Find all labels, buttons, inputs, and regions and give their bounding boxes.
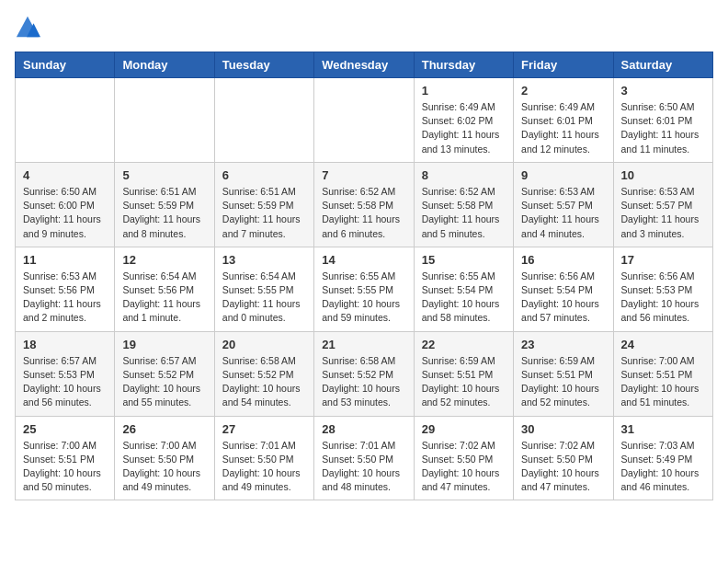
day-number: 11 — [23, 253, 107, 267]
day-number: 23 — [521, 338, 605, 351]
day-info: Sunrise: 6:58 AM Sunset: 5:52 PM Dayligh… — [322, 354, 405, 410]
day-info: Sunrise: 6:54 AM Sunset: 5:55 PM Dayligh… — [222, 270, 306, 326]
calendar-cell: 29Sunrise: 7:02 AM Sunset: 5:50 PM Dayli… — [414, 416, 513, 500]
calendar-week-row: 4Sunrise: 6:50 AM Sunset: 6:00 PM Daylig… — [16, 162, 713, 247]
logo-icon — [15, 15, 40, 40]
day-number: 9 — [521, 168, 605, 182]
day-info: Sunrise: 6:49 AM Sunset: 6:02 PM Dayligh… — [422, 100, 506, 156]
day-info: Sunrise: 6:49 AM Sunset: 6:01 PM Dayligh… — [521, 100, 605, 156]
calendar-cell: 26Sunrise: 7:00 AM Sunset: 5:50 PM Dayli… — [115, 416, 214, 500]
day-info: Sunrise: 6:51 AM Sunset: 5:59 PM Dayligh… — [222, 185, 306, 241]
day-number: 16 — [521, 253, 605, 267]
calendar-week-row: 1Sunrise: 6:49 AM Sunset: 6:02 PM Daylig… — [16, 78, 713, 163]
day-number: 18 — [23, 338, 107, 351]
day-number: 31 — [621, 422, 705, 436]
calendar-day-header: Saturday — [613, 52, 712, 78]
calendar-cell: 13Sunrise: 6:54 AM Sunset: 5:55 PM Dayli… — [214, 247, 313, 331]
day-number: 20 — [222, 338, 306, 351]
calendar-cell: 19Sunrise: 6:57 AM Sunset: 5:52 PM Dayli… — [115, 331, 214, 416]
day-info: Sunrise: 7:00 AM Sunset: 5:51 PM Dayligh… — [621, 354, 705, 410]
day-number: 29 — [422, 422, 506, 436]
day-info: Sunrise: 7:02 AM Sunset: 5:50 PM Dayligh… — [422, 439, 506, 495]
calendar-day-header: Monday — [115, 52, 214, 78]
day-info: Sunrise: 6:52 AM Sunset: 5:58 PM Dayligh… — [422, 185, 506, 241]
day-number: 2 — [521, 84, 605, 98]
day-info: Sunrise: 7:01 AM Sunset: 5:50 PM Dayligh… — [222, 439, 306, 495]
calendar-cell: 28Sunrise: 7:01 AM Sunset: 5:50 PM Dayli… — [314, 416, 414, 500]
day-info: Sunrise: 7:00 AM Sunset: 5:51 PM Dayligh… — [23, 439, 107, 495]
calendar-cell: 2Sunrise: 6:49 AM Sunset: 6:01 PM Daylig… — [514, 78, 613, 163]
calendar-day-header: Thursday — [414, 52, 513, 78]
calendar-cell: 31Sunrise: 7:03 AM Sunset: 5:49 PM Dayli… — [613, 416, 712, 500]
day-info: Sunrise: 6:50 AM Sunset: 6:01 PM Dayligh… — [621, 100, 705, 156]
day-number: 14 — [322, 253, 405, 267]
page-header — [15, 15, 713, 40]
day-info: Sunrise: 7:01 AM Sunset: 5:50 PM Dayligh… — [322, 439, 405, 495]
calendar-cell: 20Sunrise: 6:58 AM Sunset: 5:52 PM Dayli… — [214, 331, 313, 416]
day-info: Sunrise: 6:55 AM Sunset: 5:55 PM Dayligh… — [322, 270, 405, 326]
day-info: Sunrise: 6:55 AM Sunset: 5:54 PM Dayligh… — [422, 270, 506, 326]
logo — [15, 15, 44, 40]
day-info: Sunrise: 6:50 AM Sunset: 6:00 PM Dayligh… — [23, 185, 107, 241]
calendar-cell: 12Sunrise: 6:54 AM Sunset: 5:56 PM Dayli… — [115, 247, 214, 331]
calendar-cell: 30Sunrise: 7:02 AM Sunset: 5:50 PM Dayli… — [514, 416, 613, 500]
calendar-cell: 8Sunrise: 6:52 AM Sunset: 5:58 PM Daylig… — [414, 162, 513, 247]
day-number: 22 — [422, 338, 506, 351]
calendar-week-row: 11Sunrise: 6:53 AM Sunset: 5:56 PM Dayli… — [16, 247, 713, 331]
calendar-cell — [214, 78, 313, 163]
day-info: Sunrise: 6:51 AM Sunset: 5:59 PM Dayligh… — [122, 185, 206, 241]
calendar-cell: 14Sunrise: 6:55 AM Sunset: 5:55 PM Dayli… — [314, 247, 414, 331]
day-number: 10 — [621, 168, 705, 182]
calendar-cell: 1Sunrise: 6:49 AM Sunset: 6:02 PM Daylig… — [414, 78, 513, 163]
day-info: Sunrise: 6:58 AM Sunset: 5:52 PM Dayligh… — [222, 354, 306, 410]
calendar-cell: 9Sunrise: 6:53 AM Sunset: 5:57 PM Daylig… — [514, 162, 613, 247]
calendar-cell: 24Sunrise: 7:00 AM Sunset: 5:51 PM Dayli… — [613, 331, 712, 416]
day-number: 3 — [621, 84, 705, 98]
day-number: 5 — [122, 168, 206, 182]
day-info: Sunrise: 7:00 AM Sunset: 5:50 PM Dayligh… — [122, 439, 206, 495]
day-info: Sunrise: 6:59 AM Sunset: 5:51 PM Dayligh… — [422, 354, 506, 410]
calendar-cell: 17Sunrise: 6:56 AM Sunset: 5:53 PM Dayli… — [613, 247, 712, 331]
day-number: 28 — [322, 422, 405, 436]
day-info: Sunrise: 7:03 AM Sunset: 5:49 PM Dayligh… — [621, 439, 705, 495]
calendar-week-row: 18Sunrise: 6:57 AM Sunset: 5:53 PM Dayli… — [16, 331, 713, 416]
calendar-day-header: Friday — [514, 52, 613, 78]
day-number: 25 — [23, 422, 107, 436]
calendar-cell: 21Sunrise: 6:58 AM Sunset: 5:52 PM Dayli… — [314, 331, 414, 416]
day-info: Sunrise: 6:57 AM Sunset: 5:53 PM Dayligh… — [23, 354, 107, 410]
calendar-day-header: Tuesday — [214, 52, 313, 78]
day-number: 15 — [422, 253, 506, 267]
calendar-cell: 25Sunrise: 7:00 AM Sunset: 5:51 PM Dayli… — [16, 416, 115, 500]
day-info: Sunrise: 6:56 AM Sunset: 5:53 PM Dayligh… — [621, 270, 705, 326]
calendar-cell: 7Sunrise: 6:52 AM Sunset: 5:58 PM Daylig… — [314, 162, 414, 247]
day-number: 12 — [122, 253, 206, 267]
calendar-cell: 5Sunrise: 6:51 AM Sunset: 5:59 PM Daylig… — [115, 162, 214, 247]
day-info: Sunrise: 6:57 AM Sunset: 5:52 PM Dayligh… — [122, 354, 206, 410]
day-number: 17 — [621, 253, 705, 267]
calendar-cell — [16, 78, 115, 163]
day-number: 7 — [322, 168, 405, 182]
calendar-day-header: Sunday — [16, 52, 115, 78]
day-number: 13 — [222, 253, 306, 267]
day-number: 8 — [422, 168, 506, 182]
calendar-week-row: 25Sunrise: 7:00 AM Sunset: 5:51 PM Dayli… — [16, 416, 713, 500]
calendar-cell: 4Sunrise: 6:50 AM Sunset: 6:00 PM Daylig… — [16, 162, 115, 247]
day-info: Sunrise: 6:53 AM Sunset: 5:57 PM Dayligh… — [621, 185, 705, 241]
calendar-cell: 6Sunrise: 6:51 AM Sunset: 5:59 PM Daylig… — [214, 162, 313, 247]
day-info: Sunrise: 6:53 AM Sunset: 5:57 PM Dayligh… — [521, 185, 605, 241]
day-number: 27 — [222, 422, 306, 436]
calendar-cell: 23Sunrise: 6:59 AM Sunset: 5:51 PM Dayli… — [514, 331, 613, 416]
calendar-cell: 18Sunrise: 6:57 AM Sunset: 5:53 PM Dayli… — [16, 331, 115, 416]
calendar-header-row: SundayMondayTuesdayWednesdayThursdayFrid… — [16, 52, 713, 78]
day-info: Sunrise: 7:02 AM Sunset: 5:50 PM Dayligh… — [521, 439, 605, 495]
day-info: Sunrise: 6:54 AM Sunset: 5:56 PM Dayligh… — [122, 270, 206, 326]
calendar-cell: 27Sunrise: 7:01 AM Sunset: 5:50 PM Dayli… — [214, 416, 313, 500]
day-number: 19 — [122, 338, 206, 351]
calendar-cell: 16Sunrise: 6:56 AM Sunset: 5:54 PM Dayli… — [514, 247, 613, 331]
calendar-cell — [115, 78, 214, 163]
day-number: 30 — [521, 422, 605, 436]
day-info: Sunrise: 6:59 AM Sunset: 5:51 PM Dayligh… — [521, 354, 605, 410]
day-info: Sunrise: 6:52 AM Sunset: 5:58 PM Dayligh… — [322, 185, 405, 241]
calendar-cell: 11Sunrise: 6:53 AM Sunset: 5:56 PM Dayli… — [16, 247, 115, 331]
day-number: 6 — [222, 168, 306, 182]
